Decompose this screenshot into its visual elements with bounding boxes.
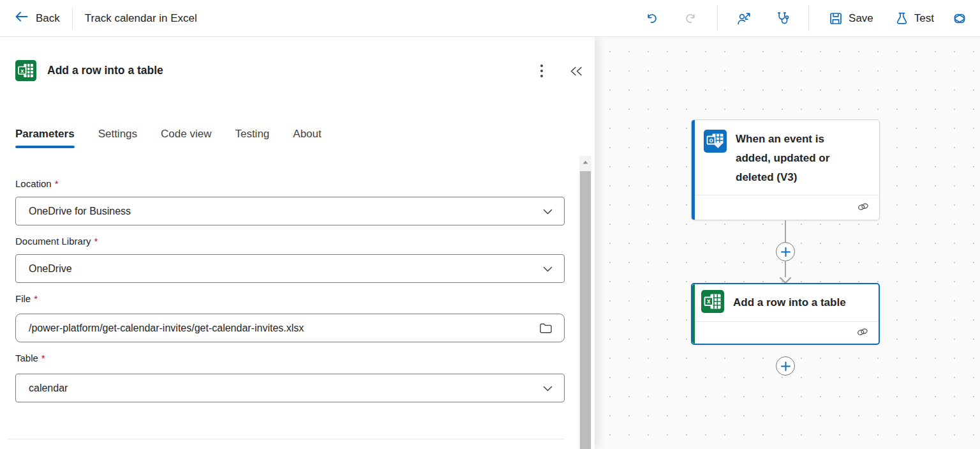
save-button[interactable]: Save (821, 6, 881, 31)
action-node-selected[interactable]: x Add a row into a table (691, 283, 880, 345)
panel-title: Add a row into a table (47, 60, 163, 81)
panel-bottom-divider (8, 439, 565, 439)
connector-line (785, 220, 786, 243)
topbar-divider (717, 6, 718, 31)
panel-menu-button[interactable] (532, 61, 551, 80)
collaborate-person-icon (736, 11, 752, 26)
trigger-node-header: o When an event is added, updated or del… (692, 120, 879, 194)
table-label: Table* (15, 353, 45, 363)
table-dropdown[interactable]: calendar (15, 374, 565, 402)
tab-testing[interactable]: Testing (235, 121, 269, 153)
location-value: OneDrive for Business (29, 206, 543, 217)
chevron-down-icon (543, 383, 553, 394)
test-button[interactable]: Test (887, 6, 942, 31)
panel-collapse-button[interactable] (565, 61, 587, 80)
panel-scrollbar[interactable] (579, 156, 591, 449)
required-asterisk: * (94, 236, 98, 247)
link-icon[interactable] (856, 202, 870, 214)
tab-about[interactable]: About (293, 121, 321, 153)
action-config-panel: x Add a row into a table Parameters Sett… (0, 37, 595, 449)
location-label: Location* (15, 178, 59, 189)
topbar-divider (808, 6, 809, 31)
folder-icon (539, 323, 553, 334)
outlook-connector-icon: o (704, 130, 727, 155)
tab-settings[interactable]: Settings (98, 121, 137, 153)
save-floppy-icon (829, 11, 843, 26)
insert-step-button[interactable] (776, 242, 795, 261)
location-dropdown[interactable]: OneDrive for Business (15, 197, 565, 225)
chevron-down-icon (543, 206, 553, 217)
file-picker-button[interactable] (535, 317, 556, 339)
document-library-value: OneDrive (29, 263, 543, 275)
undo-button[interactable] (637, 6, 665, 31)
file-label: File* (15, 293, 38, 304)
stethoscope-icon (775, 11, 790, 26)
add-step-button[interactable] (776, 356, 795, 376)
back-label: Back (36, 12, 60, 25)
topbar-actions: Save Test (637, 6, 980, 31)
back-arrow-icon (14, 11, 29, 26)
svg-text:o: o (709, 137, 713, 144)
file-input[interactable] (16, 323, 535, 334)
file-field (15, 314, 565, 342)
scrollbar-up-button[interactable] (579, 156, 591, 169)
action-node-header: x Add a row into a table (692, 284, 879, 321)
scrollbar-thumb[interactable] (580, 171, 591, 449)
flow-canvas[interactable]: o When an event is added, updated or del… (595, 37, 980, 449)
scroll-up-arrow-icon (583, 160, 588, 164)
flow-checker-button[interactable] (768, 6, 796, 31)
required-asterisk: * (41, 353, 45, 363)
topbar-left: Back Track calendar in Excel (0, 8, 197, 29)
required-asterisk: * (34, 293, 38, 304)
chevron-down-icon (543, 263, 553, 275)
copilot-icon (951, 10, 968, 27)
back-button[interactable]: Back (14, 11, 60, 26)
trigger-node[interactable]: o When an event is added, updated or del… (691, 119, 880, 220)
panel-tabs: Parameters Settings Code view Testing Ab… (15, 121, 322, 153)
tab-parameters[interactable]: Parameters (15, 121, 75, 153)
svg-text:x: x (20, 68, 24, 74)
undo-icon (645, 12, 658, 25)
plus-icon (781, 247, 791, 257)
trigger-node-footer (695, 195, 879, 220)
topbar-divider (72, 8, 73, 29)
plus-icon (781, 361, 791, 371)
excel-connector-icon: x (15, 60, 36, 81)
test-label: Test (914, 12, 934, 25)
table-value: calendar (29, 383, 543, 394)
document-library-dropdown[interactable]: OneDrive (15, 254, 565, 283)
flow-title: Track calendar in Excel (85, 12, 197, 25)
link-icon[interactable] (856, 327, 870, 339)
double-chevron-left-icon (570, 66, 583, 76)
required-asterisk: * (55, 178, 59, 189)
save-label: Save (849, 12, 873, 25)
document-library-label: Document Library* (15, 236, 98, 247)
excel-connector-icon: x (701, 290, 724, 316)
trigger-node-title: When an event is added, updated or delet… (736, 130, 849, 187)
svg-text:x: x (707, 298, 711, 305)
copilot-button[interactable] (946, 6, 974, 31)
vertical-ellipsis-icon (540, 64, 544, 78)
top-bar: Back Track calendar in Excel (0, 0, 980, 37)
action-node-footer (695, 321, 879, 344)
collaborate-button[interactable] (730, 6, 758, 31)
tab-code-view[interactable]: Code view (161, 121, 211, 153)
test-flask-icon (895, 11, 909, 26)
redo-icon (685, 12, 697, 25)
redo-button[interactable] (677, 6, 705, 31)
action-node-title: Add a row into a table (733, 293, 846, 312)
